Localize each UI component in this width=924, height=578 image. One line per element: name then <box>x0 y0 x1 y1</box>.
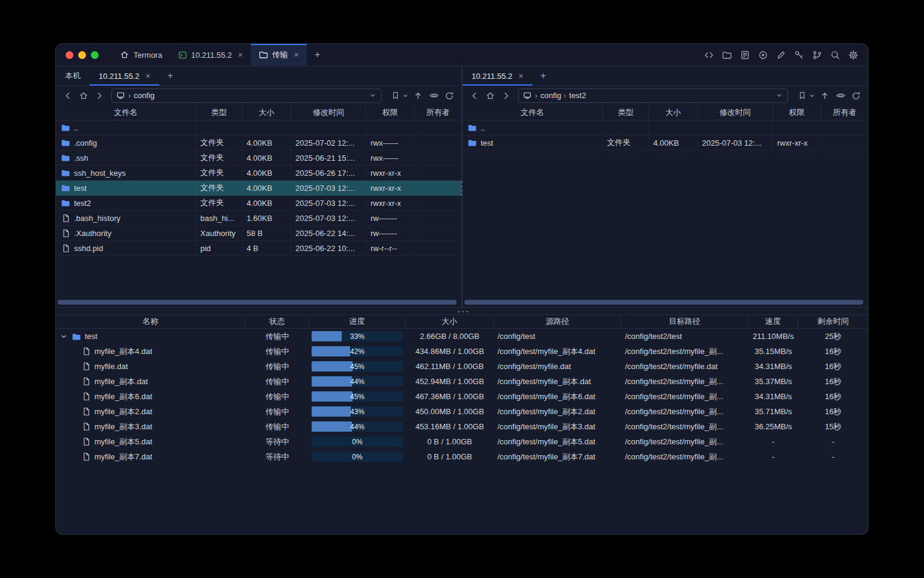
column-header-perm[interactable]: 权限 <box>366 105 414 120</box>
transfer-splitter[interactable] <box>56 307 868 315</box>
forward-icon[interactable] <box>92 89 106 103</box>
code-icon[interactable] <box>703 49 714 60</box>
transfer-row[interactable]: myfile_副本5.dat 等待中 0% 0 B / 1.00GB /conf… <box>56 434 868 449</box>
column-header-source[interactable]: 源路径 <box>494 315 621 328</box>
breadcrumb-segment[interactable]: ›test2 <box>564 91 587 100</box>
scrollbar-thumb[interactable] <box>464 300 863 305</box>
file-row[interactable]: test 文件夹 4.00KB 2025-07-03 12:... rwxr-x… <box>463 135 868 151</box>
refresh-icon[interactable] <box>442 89 457 103</box>
new-tab-button[interactable]: + <box>532 66 554 85</box>
file-row[interactable]: test2 文件夹 4.00KB 2025-07-03 12:... rwxr-… <box>56 196 461 211</box>
column-header-mtime[interactable]: 修改时间 <box>698 105 773 120</box>
settings-icon[interactable] <box>848 49 858 60</box>
forward-icon[interactable] <box>499 89 513 103</box>
horizontal-scrollbar[interactable] <box>464 300 867 305</box>
search-icon[interactable] <box>830 49 840 60</box>
transfer-row[interactable]: myfile_副本.dat 传输中 44% 452.94MB / 1.00GB … <box>56 374 868 389</box>
column-header-filename[interactable]: 文件名 <box>56 105 196 120</box>
close-window-button[interactable] <box>66 51 73 59</box>
bookmark-icon[interactable] <box>388 89 402 103</box>
zoom-window-button[interactable] <box>91 51 99 59</box>
tab-termora-home[interactable]: Termora <box>112 44 170 66</box>
new-tab-button[interactable]: + <box>307 44 328 66</box>
chevron-down-icon[interactable] <box>775 92 783 99</box>
splitter-grip[interactable] <box>462 311 464 312</box>
close-tab-icon[interactable]: × <box>519 72 523 80</box>
show-hidden-eye-icon[interactable] <box>833 89 848 103</box>
column-header-size[interactable]: 大小 <box>405 315 494 328</box>
tab-local-machine[interactable]: 本机 <box>56 66 90 85</box>
splitter-grip[interactable] <box>461 185 463 187</box>
close-tab-icon[interactable]: × <box>238 51 242 59</box>
branch-icon[interactable] <box>812 49 822 60</box>
column-header-eta[interactable]: 剩余时间 <box>798 315 868 328</box>
bookmark-dropdown[interactable] <box>388 89 408 103</box>
file-row[interactable]: .config 文件夹 4.00KB 2025-07-02 12:... rwx… <box>56 135 461 151</box>
minimize-window-button[interactable] <box>78 51 86 59</box>
close-tab-icon[interactable]: × <box>294 51 299 59</box>
transfer-row[interactable]: myfile.dat 传输中 45% 462.11MB / 1.00GB /co… <box>56 359 868 374</box>
caret-down-icon[interactable] <box>810 93 815 98</box>
upload-icon[interactable] <box>818 89 832 103</box>
breadcrumb-segment[interactable]: ›config <box>128 91 155 100</box>
file-row[interactable]: ssh_host_keys 文件夹 4.00KB 2025-06-26 17:.… <box>56 166 461 181</box>
column-header-status[interactable]: 状态 <box>245 315 309 328</box>
column-header-owner[interactable]: 所有者 <box>821 105 868 120</box>
tab-remote-host[interactable]: 10.211.55.2× <box>90 66 159 85</box>
edit-icon[interactable] <box>775 49 786 60</box>
chevron-down-icon[interactable] <box>369 92 377 99</box>
file-row[interactable]: .. <box>56 120 461 135</box>
column-header-progress[interactable]: 进度 <box>309 315 405 328</box>
transfer-row[interactable]: myfile_副本6.dat 传输中 45% 467.36MB / 1.00GB… <box>56 389 868 404</box>
file-row[interactable]: .bash_history bash_hi... 1.60KB 2025-07-… <box>56 211 461 226</box>
path-breadcrumb[interactable]: ›config ›test2 <box>518 89 788 103</box>
column-header-owner[interactable]: 所有者 <box>414 105 461 120</box>
file-row[interactable]: .Xauthority Xauthority 58 B 2025-06-22 1… <box>56 226 461 241</box>
transfer-row[interactable]: myfile_副本3.dat 传输中 44% 453.16MB / 1.00GB… <box>56 419 868 434</box>
column-header-target[interactable]: 目标路径 <box>621 315 748 328</box>
file-row[interactable]: test 文件夹 4.00KB 2025-07-03 12:... rwxr-x… <box>56 181 461 196</box>
new-tab-button[interactable]: + <box>159 66 181 85</box>
panel-splitter[interactable] <box>461 66 463 307</box>
column-header-type[interactable]: 类型 <box>196 105 242 120</box>
column-header-perm[interactable]: 权限 <box>773 105 821 120</box>
bookmark-icon[interactable] <box>795 89 809 103</box>
record-icon[interactable] <box>757 49 768 60</box>
column-header-name[interactable]: 名称 <box>56 315 245 328</box>
transfer-row[interactable]: myfile_副本7.dat 等待中 0% 0 B / 1.00GB /conf… <box>56 449 868 464</box>
file-row[interactable]: sshd.pid pid 4 B 2025-06-22 10:... rw-r-… <box>56 241 461 256</box>
column-header-type[interactable]: 类型 <box>603 105 649 120</box>
caret-down-icon[interactable] <box>403 93 408 98</box>
breadcrumb-segment[interactable]: ›config <box>535 91 561 100</box>
file-row[interactable]: .ssh 文件夹 4.00KB 2025-06-21 15:... rwx---… <box>56 151 461 166</box>
transfer-row[interactable]: myfile_副本4.dat 传输中 42% 434.86MB / 1.00GB… <box>56 344 868 359</box>
column-header-size[interactable]: 大小 <box>242 105 291 120</box>
file-row[interactable]: .. <box>463 120 868 135</box>
tab-transfer[interactable]: 传输 × <box>251 44 307 66</box>
folder-icon[interactable] <box>721 49 732 60</box>
bookmark-dropdown[interactable] <box>795 89 815 103</box>
home-icon[interactable] <box>76 89 91 103</box>
column-header-mtime[interactable]: 修改时间 <box>291 105 366 120</box>
home-icon[interactable] <box>483 89 497 103</box>
key-icon[interactable] <box>793 49 804 60</box>
tab-remote-host[interactable]: 10.211.55.2× <box>463 66 532 85</box>
expand-chevron-icon[interactable] <box>60 332 68 341</box>
tab-host-session[interactable]: 10.211.55.2 × <box>170 44 251 66</box>
transfer-row[interactable]: myfile_副本2.dat 传输中 43% 450.00MB / 1.00GB… <box>56 404 868 419</box>
horizontal-scrollbar[interactable] <box>57 300 460 305</box>
scrollbar-thumb[interactable] <box>58 300 457 305</box>
close-tab-icon[interactable]: × <box>146 72 150 80</box>
column-header-speed[interactable]: 速度 <box>748 315 798 328</box>
upload-icon[interactable] <box>411 89 425 103</box>
show-hidden-eye-icon[interactable] <box>427 89 441 103</box>
column-header-filename[interactable]: 文件名 <box>463 105 603 120</box>
refresh-icon[interactable] <box>849 89 863 103</box>
column-header-size[interactable]: 大小 <box>649 105 698 120</box>
back-icon[interactable] <box>467 89 482 103</box>
transfer-speed-cell: - <box>748 434 798 449</box>
back-icon[interactable] <box>61 89 75 103</box>
path-breadcrumb[interactable]: ›config <box>111 89 381 103</box>
log-icon[interactable] <box>739 49 750 60</box>
transfer-row[interactable]: test 传输中 33% 2.66GB / 8.00GB /config/tes… <box>56 329 868 344</box>
